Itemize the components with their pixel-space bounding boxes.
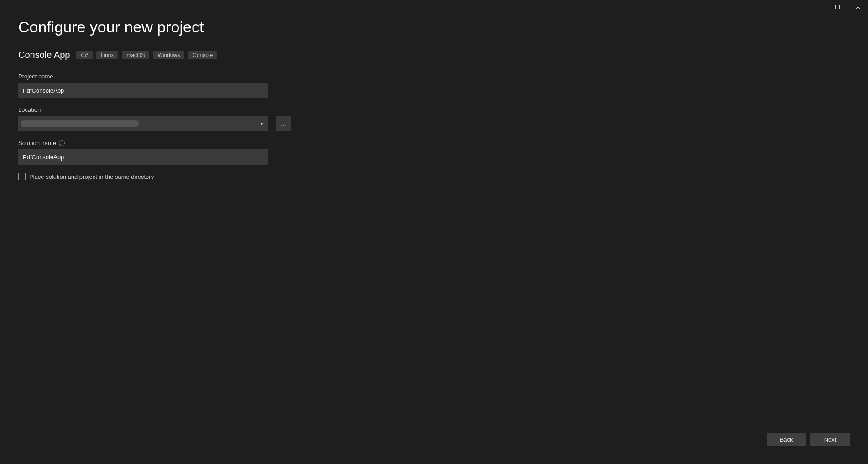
template-tag: Console — [188, 51, 217, 59]
info-icon[interactable]: i — [59, 140, 65, 146]
back-button[interactable]: Back — [767, 433, 806, 446]
maximize-icon — [835, 5, 840, 9]
main-content: Configure your new project Console App C… — [0, 14, 868, 180]
close-icon — [856, 5, 860, 9]
location-label: Location — [18, 106, 850, 113]
solution-name-label-row: Solution name i — [18, 140, 850, 146]
template-tags: C# Linux macOS Windows Console — [76, 51, 217, 59]
template-tag: C# — [76, 51, 92, 59]
location-combobox[interactable]: ▼ — [18, 116, 268, 131]
location-value-redacted — [21, 120, 139, 127]
chevron-down-icon: ▼ — [260, 122, 264, 126]
location-row: ▼ ... — [18, 116, 850, 131]
template-row: Console App C# Linux macOS Windows Conso… — [18, 50, 850, 60]
template-tag: Linux — [96, 51, 119, 59]
template-tag: Windows — [153, 51, 184, 59]
page-title: Configure your new project — [18, 18, 850, 36]
project-name-label: Project name — [18, 73, 850, 80]
same-directory-checkbox[interactable] — [18, 173, 26, 180]
solution-name-input[interactable] — [18, 149, 268, 165]
window-titlebar — [0, 0, 868, 14]
browse-location-button[interactable]: ... — [276, 116, 291, 131]
same-directory-row: Place solution and project in the same d… — [18, 173, 850, 180]
close-button[interactable] — [847, 0, 868, 14]
solution-name-group: Solution name i — [18, 140, 850, 165]
maximize-button[interactable] — [827, 0, 847, 14]
template-name: Console App — [18, 50, 70, 60]
solution-name-label: Solution name — [18, 140, 56, 146]
project-name-group: Project name — [18, 73, 850, 98]
svg-rect-0 — [835, 5, 839, 9]
footer-nav: Back Next — [767, 433, 850, 446]
location-group: Location ▼ ... — [18, 106, 850, 131]
project-name-input[interactable] — [18, 83, 268, 98]
next-button[interactable]: Next — [810, 433, 850, 446]
template-tag: macOS — [122, 51, 149, 59]
same-directory-label[interactable]: Place solution and project in the same d… — [29, 173, 154, 180]
